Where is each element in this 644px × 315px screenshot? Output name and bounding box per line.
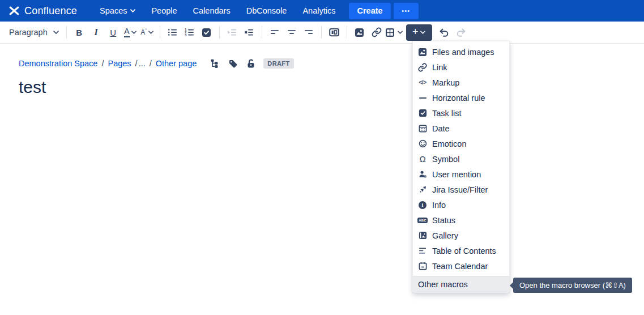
draft-status-badge: DRAFT — [263, 58, 293, 69]
gallery-icon — [418, 231, 427, 240]
tooltip-text: Open the macro browser (⌘⇧A) — [519, 281, 626, 290]
confluence-logo[interactable]: Confluence — [8, 5, 77, 17]
toolbar-divider — [262, 26, 262, 39]
svg-text:3: 3 — [185, 33, 187, 37]
macro-browser-tooltip: Open the macro browser (⌘⇧A) — [513, 278, 632, 293]
text-color-button[interactable]: A — [122, 24, 139, 41]
redo-icon — [456, 28, 466, 37]
menu-item-label: Files and images — [432, 48, 494, 57]
more-formatting-button[interactable]: A° — [139, 24, 156, 41]
confluence-logo-icon — [8, 5, 20, 17]
svg-text:@: @ — [424, 175, 427, 178]
align-right-button[interactable] — [300, 24, 317, 41]
numbered-list-button[interactable]: 1 2 3 — [181, 24, 198, 41]
menu-item-label: Markup — [432, 78, 459, 87]
align-center-button[interactable] — [283, 24, 300, 41]
paragraph-style-select[interactable]: Paragraph — [5, 24, 62, 41]
chevron-down-icon — [420, 31, 425, 34]
nav-item-people[interactable]: People — [143, 0, 185, 22]
tooltip-arrow — [510, 282, 513, 289]
insert-dropdown-menu: Files and images Link </> Markup Horizon… — [412, 41, 510, 293]
menu-item-status[interactable]: ABC Status — [413, 212, 509, 228]
page-title[interactable]: test — [19, 78, 644, 97]
italic-button[interactable]: I — [88, 24, 105, 41]
nav-item-spaces[interactable]: Spaces — [92, 0, 143, 22]
breadcrumb-separator: / — [101, 59, 104, 68]
menu-item-label: Link — [432, 63, 447, 72]
emoticon-icon — [418, 139, 427, 148]
horizontal-rule-icon — [418, 93, 427, 103]
align-left-button[interactable] — [266, 24, 283, 41]
toolbar-divider — [347, 26, 347, 39]
page-tree-location-icon[interactable] — [210, 59, 220, 69]
chevron-down-icon — [53, 31, 59, 34]
insert-link-button[interactable] — [368, 24, 385, 41]
bold-button[interactable]: B — [71, 24, 88, 41]
numbered-list-icon: 1 2 3 — [185, 28, 194, 37]
menu-item-other-macros[interactable]: Other macros — [413, 276, 509, 292]
task-list-icon — [418, 109, 427, 118]
menu-item-link[interactable]: Link — [413, 59, 509, 75]
menu-item-files-and-images[interactable]: Files and images — [413, 44, 509, 59]
nav-item-calendars[interactable]: Calendars — [185, 0, 238, 22]
nav-item-dbconsole[interactable]: DbConsole — [238, 0, 295, 22]
menu-item-symbol[interactable]: Ω User mention Symbol — [413, 151, 509, 167]
nav-item-analytics[interactable]: Analytics — [295, 0, 343, 22]
insert-files-button[interactable] — [351, 24, 368, 41]
italic-icon: I — [95, 27, 98, 37]
menu-item-info[interactable]: i Info — [413, 197, 509, 212]
menu-item-team-calendar[interactable]: Team Calendar — [413, 258, 509, 274]
underline-icon: U — [110, 28, 116, 37]
page-layout-button[interactable] — [326, 24, 343, 41]
menu-item-horizontal-rule[interactable]: Horizontal rule — [413, 90, 509, 105]
menu-item-label: Status — [432, 216, 455, 225]
toolbar-divider — [321, 26, 322, 39]
team-calendar-icon — [418, 262, 427, 271]
table-icon — [385, 28, 395, 37]
align-center-icon — [287, 28, 296, 37]
menu-item-label: Task list — [432, 109, 462, 118]
menu-item-label: Jira Issue/Filter — [432, 185, 488, 194]
menu-item-label: Emoticon — [432, 139, 466, 148]
menu-item-markup[interactable]: </> Markup — [413, 75, 509, 90]
markup-icon: </> — [418, 78, 427, 87]
insert-table-button[interactable] — [385, 24, 403, 41]
indent-button[interactable] — [241, 24, 258, 41]
outdent-button — [224, 24, 241, 41]
symbol-icon: Ω — [418, 155, 427, 164]
menu-item-gallery[interactable]: Gallery — [413, 228, 509, 243]
status-icon: ABC — [418, 216, 427, 225]
menu-item-user-mention[interactable]: @ User mention — [413, 167, 509, 182]
create-button[interactable]: Create — [349, 3, 390, 19]
nav-more-button[interactable]: ••• — [394, 3, 419, 19]
breadcrumb-ellipsis[interactable]: ... — [139, 59, 146, 68]
underline-button[interactable]: U — [105, 24, 122, 41]
labels-icon[interactable] — [228, 59, 238, 69]
unlocked-icon[interactable] — [246, 59, 255, 69]
editor-content: Demonstration Space / Pages / ... / Othe… — [0, 44, 644, 97]
text-color-icon: A — [124, 27, 130, 37]
bullet-list-button[interactable] — [164, 24, 181, 41]
breadcrumb-pages-link[interactable]: Pages — [108, 59, 131, 68]
outdent-icon — [227, 28, 237, 37]
menu-item-toc[interactable]: Table of Contents — [413, 243, 509, 258]
menu-item-task-list[interactable]: Task list — [413, 105, 509, 121]
breadcrumb-space-link[interactable]: Demonstration Space — [19, 59, 97, 68]
chevron-down-icon — [131, 31, 137, 34]
date-icon — [418, 124, 427, 133]
plus-icon: + — [412, 27, 419, 37]
link-icon — [418, 63, 427, 72]
menu-item-jira[interactable]: Jira Issue/Filter — [413, 182, 509, 197]
task-list-button[interactable] — [198, 24, 215, 41]
menu-item-label: Gallery — [432, 231, 458, 240]
more-formatting-icon: A° — [140, 28, 147, 36]
breadcrumb-current-page-link[interactable]: Other page — [156, 59, 197, 68]
menu-item-date[interactable]: Date — [413, 121, 509, 136]
align-left-icon — [270, 28, 279, 37]
menu-item-emoticon[interactable]: Emoticon — [413, 136, 509, 151]
info-icon: i — [418, 201, 427, 210]
link-icon — [372, 27, 382, 37]
chevron-down-icon — [148, 31, 153, 34]
undo-button[interactable] — [436, 24, 453, 41]
insert-more-content-button[interactable]: + — [406, 24, 432, 41]
